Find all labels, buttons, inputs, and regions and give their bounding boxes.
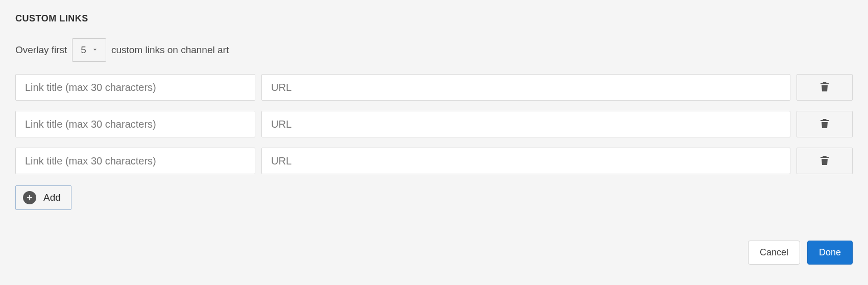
plus-icon [23,191,36,204]
chevron-down-icon [91,44,99,56]
link-url-input[interactable] [261,111,790,137]
link-row [15,74,853,101]
dialog-footer: Cancel Done [748,241,853,265]
link-rows [15,74,853,174]
overlay-row: Overlay first 5 custom links on channel … [15,38,853,62]
link-title-input[interactable] [15,74,255,101]
overlay-prefix-text: Overlay first [15,44,67,56]
link-url-input[interactable] [261,74,790,101]
link-title-input[interactable] [15,111,255,137]
cancel-button[interactable]: Cancel [748,241,800,265]
link-title-input[interactable] [15,148,255,174]
link-row [15,148,853,174]
overlay-suffix-text: custom links on channel art [111,44,229,56]
trash-icon [818,154,831,169]
overlay-count-select[interactable]: 5 [72,38,106,62]
add-link-button[interactable]: Add [15,185,71,210]
link-url-input[interactable] [261,148,790,174]
link-row [15,111,853,137]
done-button[interactable]: Done [807,241,853,265]
overlay-count-value: 5 [81,44,86,56]
section-title: CUSTOM LINKS [15,13,853,24]
add-button-label: Add [43,192,61,203]
trash-icon [818,117,831,132]
delete-link-button[interactable] [797,74,853,101]
delete-link-button[interactable] [797,111,853,137]
trash-icon [818,80,831,95]
delete-link-button[interactable] [797,148,853,174]
